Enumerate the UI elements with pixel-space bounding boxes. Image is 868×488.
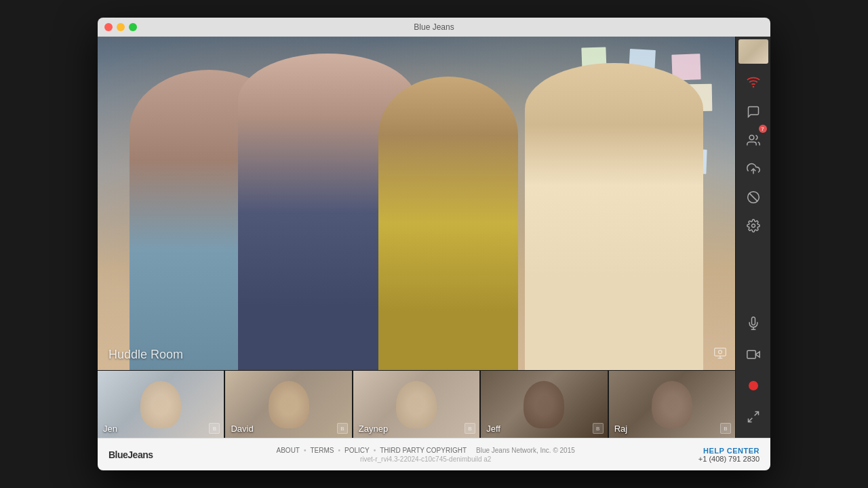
main-video: Huddle Room	[98, 37, 735, 370]
minimize-button[interactable]	[117, 23, 125, 31]
version-text: rivet-r_rvi4.3-22024-c10c745-denimbuild …	[360, 455, 491, 463]
footer-logo: BlueJeans	[108, 449, 153, 460]
participant-name-david: David	[231, 424, 253, 434]
help-center-label[interactable]: HELP CENTER	[698, 447, 760, 455]
participant-name-raj: Raj	[614, 424, 628, 434]
participant-name-zaynep: Zaynep	[359, 424, 388, 434]
record-dot	[749, 381, 758, 390]
connection-button[interactable]	[741, 71, 766, 96]
room-label: Huddle Room	[108, 348, 183, 362]
fullscreen-button[interactable]	[741, 405, 766, 429]
svg-line-15	[748, 418, 752, 422]
face-jen	[140, 381, 181, 428]
svg-point-9	[751, 224, 755, 228]
mic-button[interactable]	[741, 311, 766, 336]
right-sidebar: 7	[735, 37, 770, 438]
participant-name-jen: Jen	[103, 424, 117, 434]
footer: BlueJeans ABOUT • TERMS • POLICY • THIRD…	[98, 438, 770, 470]
settings-button[interactable]	[741, 214, 766, 238]
participant-tile-david[interactable]: David B	[225, 371, 353, 438]
svg-point-3	[719, 350, 722, 354]
close-button[interactable]	[104, 23, 113, 31]
window-controls	[104, 23, 137, 31]
camera-button[interactable]	[741, 342, 766, 367]
participant-tile-jeff[interactable]: Jeff B	[481, 371, 608, 438]
person-silhouette-4	[525, 63, 703, 370]
participant-badge-raj: B	[720, 423, 731, 434]
participant-badge-david: B	[337, 423, 348, 434]
participants-button-wrap: 7	[741, 126, 766, 155]
video-area: Huddle Room Jen B	[98, 37, 735, 438]
footer-links: ABOUT • TERMS • POLICY • THIRD PARTY COP…	[277, 447, 575, 463]
record-button[interactable]	[741, 373, 766, 398]
main-content: Huddle Room Jen B	[98, 37, 770, 438]
participant-tile-raj[interactable]: Raj B	[609, 371, 735, 438]
share-button[interactable]	[741, 157, 766, 181]
face-david	[269, 381, 309, 428]
connection-button-wrap	[741, 69, 766, 98]
svg-marker-12	[755, 352, 760, 357]
footer-help: HELP CENTER +1 (408) 791 2830	[698, 447, 760, 463]
presenter-icon	[713, 346, 727, 363]
titlebar: Blue Jeans	[98, 18, 770, 37]
about-link[interactable]: ABOUT	[277, 447, 300, 454]
app-window: Blue Jeans	[98, 18, 770, 470]
face-jeff	[524, 381, 564, 428]
terms-link[interactable]: TERMS	[311, 447, 334, 454]
self-view-thumbnail[interactable]	[738, 39, 768, 64]
svg-rect-13	[747, 350, 755, 359]
participants-badge: 7	[759, 125, 767, 133]
participant-badge-zaynep: B	[465, 423, 475, 434]
participant-video-raj	[609, 371, 735, 438]
svg-line-14	[754, 412, 758, 416]
face-raj	[652, 381, 692, 428]
footer-link-row: ABOUT • TERMS • POLICY • THIRD PARTY COP…	[277, 447, 575, 454]
help-phone: +1 (408) 791 2830	[698, 455, 760, 463]
svg-line-8	[749, 193, 757, 201]
participant-tile-zaynep[interactable]: Zaynep B	[353, 371, 481, 438]
participant-name-jeff: Jeff	[486, 424, 500, 434]
participant-badge-jen: B	[209, 423, 220, 434]
participant-tile-jen[interactable]: Jen B	[98, 371, 225, 438]
person-silhouette-3	[378, 77, 519, 370]
window-title: Blue Jeans	[414, 22, 454, 32]
mute-button[interactable]	[741, 185, 766, 209]
participant-strip: Jen B David B Zaynep B	[98, 370, 735, 438]
copyright-text: Blue Jeans Network, Inc. © 2015	[476, 447, 575, 454]
maximize-button[interactable]	[129, 23, 137, 31]
chat-button[interactable]	[741, 100, 766, 124]
face-zaynep	[396, 381, 437, 428]
policy-link[interactable]: POLICY	[344, 447, 370, 454]
sidebar-bottom-controls	[741, 309, 766, 435]
participant-badge-jeff: B	[593, 423, 604, 434]
third-party-copyright-link[interactable]: THIRD PARTY COPYRIGHT	[380, 447, 467, 454]
svg-rect-0	[715, 348, 726, 357]
svg-point-5	[749, 136, 754, 140]
